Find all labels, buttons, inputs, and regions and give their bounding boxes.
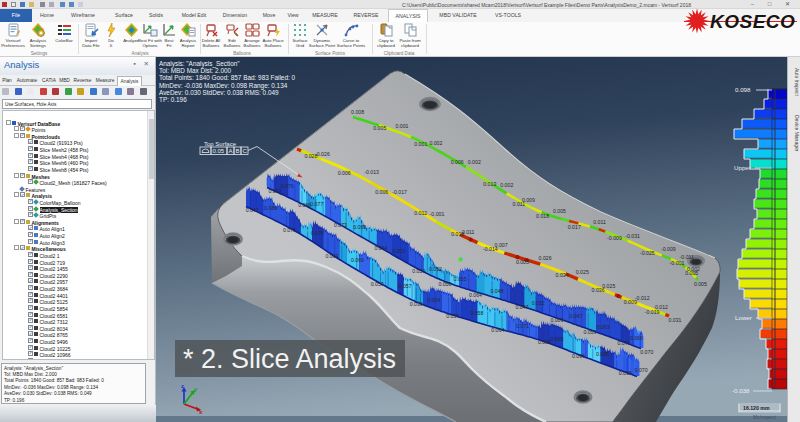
svg-text:0.002: 0.002 [687, 266, 700, 272]
svg-text:Tol: MBD Max Dist: 2.000: Tol: MBD Max Dist: 2.000 [159, 67, 232, 74]
svg-text:-0.031: -0.031 [625, 233, 640, 239]
svg-text:-0.013: -0.013 [364, 169, 379, 175]
svg-text:0.071: 0.071 [618, 340, 631, 346]
svg-text:0.070: 0.070 [640, 349, 653, 355]
svg-text:0.078: 0.078 [283, 227, 296, 233]
svg-text:0.012: 0.012 [414, 210, 427, 216]
svg-text:0.057: 0.057 [446, 313, 459, 319]
svg-text:0.059: 0.059 [412, 268, 425, 274]
svg-text:0.059: 0.059 [583, 329, 596, 335]
svg-text:-0.017: -0.017 [392, 189, 407, 195]
svg-text:0.055: 0.055 [454, 276, 467, 282]
svg-text:0.017: 0.017 [568, 224, 581, 230]
svg-text:0.077: 0.077 [310, 201, 323, 207]
svg-text:0.009: 0.009 [522, 197, 535, 203]
svg-text:-0.025: -0.025 [640, 250, 655, 256]
svg-text:0.011: 0.011 [593, 219, 606, 225]
svg-text:0.058: 0.058 [470, 310, 483, 316]
svg-text:0.063: 0.063 [268, 188, 281, 194]
svg-text:0.076: 0.076 [311, 230, 324, 236]
svg-text:0.005: 0.005 [516, 259, 529, 265]
svg-text:0.005: 0.005 [694, 281, 707, 287]
svg-text:AveDev: 0.030 StdDev: 0.038 RM: AveDev: 0.030 StdDev: 0.038 RMS: 0.049 [159, 89, 279, 96]
svg-text:Total Points: 1840 Good: 857 B: Total Points: 1840 Good: 857 Bad: 983 Fa… [159, 74, 296, 81]
svg-text:B: B [236, 148, 240, 154]
svg-text:0.069: 0.069 [351, 257, 364, 263]
svg-text:0.071: 0.071 [516, 323, 529, 329]
svg-text:0.026: 0.026 [317, 151, 330, 157]
svg-text:0.026: 0.026 [539, 255, 552, 261]
svg-text:0.048: 0.048 [491, 288, 504, 294]
svg-text:0.053: 0.053 [371, 281, 384, 287]
svg-text:0.076: 0.076 [281, 183, 294, 189]
svg-text:0.028: 0.028 [304, 153, 317, 159]
svg-text:McInspect: McInspect [753, 414, 776, 420]
svg-text:0.031: 0.031 [669, 317, 682, 323]
svg-text:0.002: 0.002 [500, 182, 513, 188]
svg-text:0.047: 0.047 [570, 313, 583, 319]
svg-text:0.025: 0.025 [576, 269, 589, 275]
svg-text:0.006: 0.006 [338, 170, 351, 176]
svg-text:C: C [243, 148, 248, 154]
svg-text:-0.011: -0.011 [680, 254, 694, 260]
svg-text:0.098: 0.098 [619, 370, 632, 376]
svg-text:0.064: 0.064 [469, 292, 482, 298]
svg-text:0.053: 0.053 [392, 248, 405, 254]
svg-text:0.052: 0.052 [532, 300, 545, 306]
svg-text:0.098: 0.098 [735, 86, 751, 93]
svg-text:Upper: Upper [734, 164, 751, 171]
svg-text:0.052: 0.052 [429, 266, 442, 272]
svg-text:0.069: 0.069 [325, 253, 338, 259]
svg-text:z: z [181, 383, 184, 389]
svg-text:Top Surface: Top Surface [204, 141, 237, 147]
svg-text:0.047: 0.047 [515, 304, 528, 310]
svg-text:-0.038: -0.038 [732, 387, 750, 394]
svg-text:0.047: 0.047 [246, 207, 259, 213]
svg-text:Lower: Lower [735, 314, 752, 321]
svg-text:0.039: 0.039 [410, 301, 423, 307]
svg-text:*: * [458, 255, 463, 269]
svg-text:0.011: 0.011 [462, 229, 475, 235]
svg-text:0.063: 0.063 [597, 324, 610, 330]
svg-text:0.05: 0.05 [213, 148, 225, 154]
svg-text:0.057: 0.057 [399, 283, 412, 289]
svg-text:-0.001: -0.001 [670, 260, 685, 266]
svg-text:0.013: 0.013 [483, 181, 496, 187]
svg-text:0.073: 0.073 [334, 222, 347, 228]
svg-text:0.006: 0.006 [375, 189, 388, 195]
svg-text:0.006: 0.006 [451, 159, 464, 165]
svg-text:0.034: 0.034 [556, 272, 569, 278]
svg-text:0.066: 0.066 [550, 317, 563, 323]
svg-text:0.070: 0.070 [635, 367, 648, 373]
svg-text:-0.019: -0.019 [645, 309, 660, 315]
svg-text:0.005: 0.005 [553, 208, 566, 214]
svg-text:0.096: 0.096 [572, 353, 585, 359]
svg-text:0.012: 0.012 [655, 304, 668, 310]
svg-text:0.008: 0.008 [351, 109, 364, 115]
svg-text:0.002: 0.002 [468, 159, 481, 165]
svg-text:0.005: 0.005 [373, 125, 386, 131]
svg-text:0.069: 0.069 [353, 224, 366, 230]
svg-text:0.007: 0.007 [495, 242, 508, 248]
svg-text:0.025: 0.025 [602, 283, 615, 289]
svg-text:TP: 0.196: TP: 0.196 [159, 96, 187, 103]
svg-text:0.054: 0.054 [427, 297, 440, 303]
svg-text:-0.009: -0.009 [607, 235, 622, 241]
svg-text:0.002: 0.002 [429, 140, 442, 146]
svg-text:0.064: 0.064 [491, 327, 504, 333]
svg-text:16.120 mm: 16.120 mm [743, 405, 770, 411]
svg-text:0.080: 0.080 [264, 205, 277, 211]
svg-text:-0.009: -0.009 [661, 246, 676, 252]
svg-text:KOSECO: KOSECO [710, 11, 795, 32]
svg-text:0.058: 0.058 [438, 281, 451, 287]
svg-text:0.066: 0.066 [630, 335, 643, 341]
svg-text:0.065: 0.065 [550, 336, 563, 342]
svg-text:0.001: 0.001 [414, 141, 427, 147]
svg-text:-0.012: -0.012 [635, 295, 650, 301]
svg-text:0.001: 0.001 [396, 123, 409, 129]
svg-text:0.068: 0.068 [538, 339, 551, 345]
svg-text:-0.001: -0.001 [430, 211, 445, 217]
svg-text:0.064: 0.064 [375, 245, 388, 251]
svg-text:0.018: 0.018 [536, 213, 549, 219]
svg-text:0.085: 0.085 [596, 351, 609, 357]
